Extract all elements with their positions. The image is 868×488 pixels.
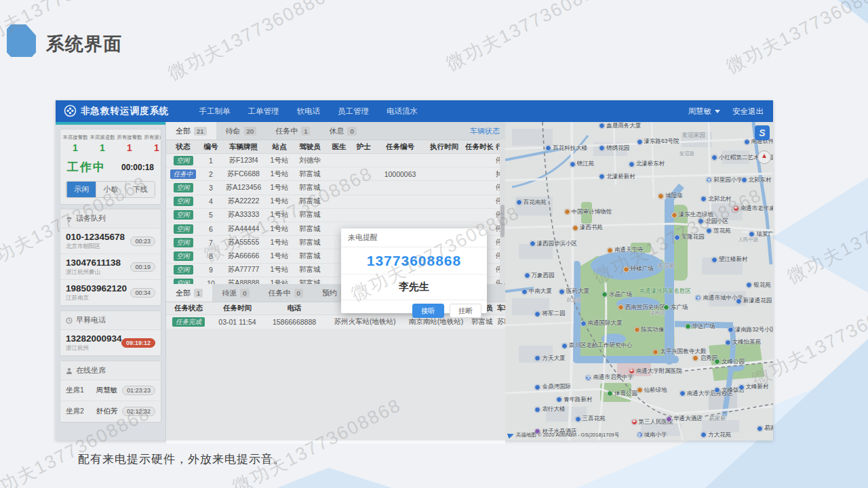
decor-top-right-band-dark — [809, 0, 868, 43]
caller-name: 李先生 — [341, 274, 487, 300]
decor-bottom-triangle — [277, 468, 392, 488]
watermark-text: 微功夫13773608868 — [164, 0, 341, 85]
decor-top-right-band-light — [754, 0, 868, 68]
nav-right: 周慧敏 安全退出 — [688, 106, 774, 117]
hangup-button[interactable]: 挂断 — [450, 304, 481, 318]
chevron-down-icon — [715, 110, 720, 113]
slide-caption: 配有来电提示硬件，外放来电提示音。 — [78, 451, 285, 467]
answer-button[interactable]: 接听 — [412, 304, 444, 318]
app-logo-icon — [64, 104, 77, 119]
user-name: 周慧敏 — [688, 106, 712, 117]
decor-right-wedge — [772, 178, 868, 293]
nav-menu-item[interactable]: 电话流水 — [387, 106, 418, 117]
watermark-text: 微功夫13773608868 — [722, 0, 868, 79]
page-title: 系统界面 — [46, 32, 122, 56]
watermark-text: 微功夫13773608868 — [783, 183, 868, 289]
app-brand: 非急救转运调度系统 — [56, 104, 170, 119]
app-navbar: 非急救转运调度系统 手工制单 工单管理 软电话 员工管理 电话流水 周慧敏 安全… — [56, 100, 773, 122]
title-bullet-icon — [7, 24, 36, 57]
dialog-title: 来电提醒 — [341, 228, 487, 247]
nav-menu-item[interactable]: 员工管理 — [338, 106, 369, 117]
nav-menu-item[interactable]: 手工制单 — [199, 106, 231, 117]
incoming-call-dialog: 来电提醒 13773608868 李先生 接听 挂断 — [341, 228, 487, 313]
incoming-phone-number: 13773608868 — [341, 247, 487, 274]
nav-menu-item[interactable]: 软电话 — [297, 106, 321, 117]
app-title: 非急救转运调度系统 — [81, 105, 170, 117]
app-window: 非急救转运调度系统 手工制单 工单管理 软电话 员工管理 电话流水 周慧敏 安全… — [56, 100, 773, 441]
watermark-text: 微功夫13773608868 — [442, 0, 619, 76]
nav-menu-item[interactable]: 工单管理 — [248, 106, 279, 117]
user-menu[interactable]: 周慧敏 — [688, 106, 721, 117]
nav-menu: 手工制单 工单管理 软电话 员工管理 电话流水 — [199, 106, 688, 117]
logout-button[interactable]: 安全退出 — [732, 106, 764, 117]
